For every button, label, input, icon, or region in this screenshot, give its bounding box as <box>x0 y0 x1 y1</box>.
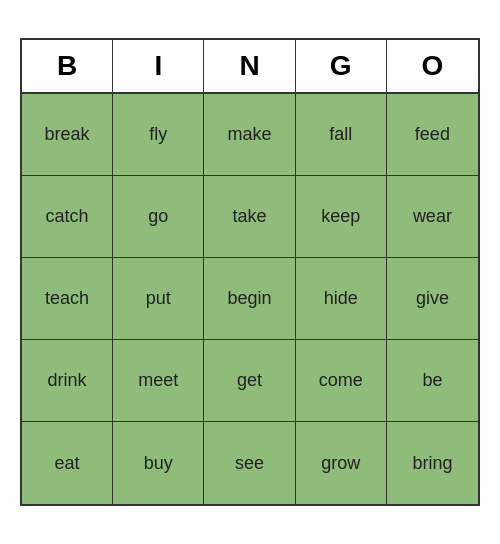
cell-21[interactable]: buy <box>113 422 204 504</box>
cell-15[interactable]: drink <box>22 340 113 422</box>
cell-16[interactable]: meet <box>113 340 204 422</box>
header-letter-I: I <box>113 40 204 94</box>
bingo-header: BINGO <box>22 40 478 94</box>
cell-4[interactable]: feed <box>387 94 478 176</box>
cell-9[interactable]: wear <box>387 176 478 258</box>
cell-20[interactable]: eat <box>22 422 113 504</box>
cell-6[interactable]: go <box>113 176 204 258</box>
cell-14[interactable]: give <box>387 258 478 340</box>
cell-24[interactable]: bring <box>387 422 478 504</box>
header-letter-G: G <box>296 40 387 94</box>
cell-18[interactable]: come <box>296 340 387 422</box>
cell-22[interactable]: see <box>204 422 295 504</box>
cell-0[interactable]: break <box>22 94 113 176</box>
cell-3[interactable]: fall <box>296 94 387 176</box>
cell-19[interactable]: be <box>387 340 478 422</box>
cell-17[interactable]: get <box>204 340 295 422</box>
cell-1[interactable]: fly <box>113 94 204 176</box>
cell-5[interactable]: catch <box>22 176 113 258</box>
cell-13[interactable]: hide <box>296 258 387 340</box>
cell-10[interactable]: teach <box>22 258 113 340</box>
header-letter-B: B <box>22 40 113 94</box>
cell-8[interactable]: keep <box>296 176 387 258</box>
header-letter-O: O <box>387 40 478 94</box>
bingo-card: BINGO breakflymakefallfeedcatchgotakekee… <box>20 38 480 506</box>
bingo-grid: breakflymakefallfeedcatchgotakekeepweart… <box>22 94 478 504</box>
cell-2[interactable]: make <box>204 94 295 176</box>
cell-23[interactable]: grow <box>296 422 387 504</box>
cell-12[interactable]: begin <box>204 258 295 340</box>
cell-7[interactable]: take <box>204 176 295 258</box>
header-letter-N: N <box>204 40 295 94</box>
cell-11[interactable]: put <box>113 258 204 340</box>
